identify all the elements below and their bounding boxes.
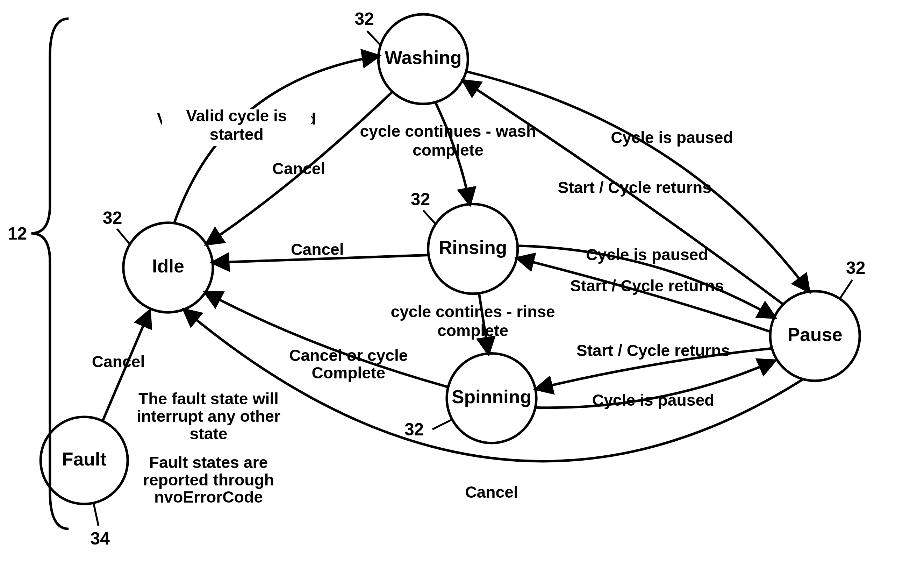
state-washing-ref: 32 <box>355 9 374 29</box>
edge-rinsing-to-idle-label: Cancel <box>291 240 344 258</box>
svg-text:complete: complete <box>437 321 508 340</box>
edge-pause-to-idle-label: Cancel <box>465 483 518 501</box>
svg-text:The fault state will: The fault state will <box>139 390 279 408</box>
svg-line-7 <box>117 229 130 244</box>
edge-fault-to-idle-label: Cancel <box>92 353 145 371</box>
brace: 12 <box>8 18 69 529</box>
state-pause: Pause 32 <box>770 258 865 381</box>
state-idle-label: Idle <box>152 256 184 276</box>
svg-line-11 <box>93 502 98 526</box>
edge-pause-to-spinning-label: Start / Cycle returns <box>576 341 730 360</box>
state-fault-label: Fault <box>62 449 107 469</box>
fault-note: The fault state will interrupt any other… <box>137 390 280 506</box>
svg-text:started: started <box>210 125 263 144</box>
state-fault-ref: 34 <box>90 529 110 548</box>
svg-text:nvoErrorCode: nvoErrorCode <box>154 488 263 506</box>
svg-line-5 <box>432 420 451 429</box>
edge-pause-to-washing-label: Start / Cycle returns <box>558 178 711 197</box>
state-idle: Idle 32 <box>103 208 213 312</box>
svg-text:cycle contines - rinse: cycle contines - rinse <box>391 302 555 321</box>
state-fault: Fault 34 <box>41 417 128 548</box>
edge-idle-to-washing-label: Valid cycle is started <box>162 107 311 146</box>
svg-line-9 <box>840 280 852 299</box>
svg-text:Valid cycle is: Valid cycle is <box>186 107 287 125</box>
svg-text:Complete: Complete <box>312 364 385 382</box>
svg-text:Fault states are: Fault states are <box>149 453 268 471</box>
svg-line-1 <box>367 31 380 45</box>
state-rinsing: Rinsing 32 <box>411 190 518 294</box>
edge-washing-to-rinsing-label: cycle continues - wash complete <box>360 122 536 159</box>
state-spinning: Spinning 32 <box>404 353 536 443</box>
svg-text:interrupt any other: interrupt any other <box>137 407 280 425</box>
state-spinning-label: Spinning <box>452 386 531 407</box>
edge-spinning-to-idle-label: Cancel or cycle Complete <box>289 346 408 382</box>
brace-ref: 12 <box>8 224 27 243</box>
state-spinning-ref: 32 <box>404 419 424 439</box>
edge-washing-to-pause-label: Cycle is paused <box>611 128 733 147</box>
svg-line-3 <box>423 210 436 224</box>
edge-spinning-to-pause-label: Cycle is paused <box>592 391 714 409</box>
svg-text:Cancel or cycle: Cancel or cycle <box>289 346 408 364</box>
state-rinsing-ref: 32 <box>411 190 430 209</box>
state-pause-ref: 32 <box>846 258 865 278</box>
edge-washing-to-idle-label: Cancel <box>272 160 325 178</box>
edge-rinsing-to-pause-label: Cycle is paused <box>586 246 708 264</box>
state-rinsing-label: Rinsing <box>439 237 507 258</box>
edge-pause-to-rinsing-label: Start / Cycle returns <box>570 277 724 295</box>
svg-text:cycle continues - wash: cycle continues - wash <box>360 122 536 140</box>
state-washing-label: Washing <box>384 47 462 68</box>
state-diagram: 12 Washing 32 Rinsing 32 Spinning 32 Idl… <box>0 0 924 583</box>
svg-text:reported through: reported through <box>143 471 274 489</box>
edge-rinsing-to-spinning-label: cycle contines - rinse complete <box>391 302 555 339</box>
svg-text:complete: complete <box>412 141 483 159</box>
state-idle-ref: 32 <box>103 208 122 228</box>
state-pause-label: Pause <box>788 324 843 345</box>
svg-text:state: state <box>190 424 228 443</box>
